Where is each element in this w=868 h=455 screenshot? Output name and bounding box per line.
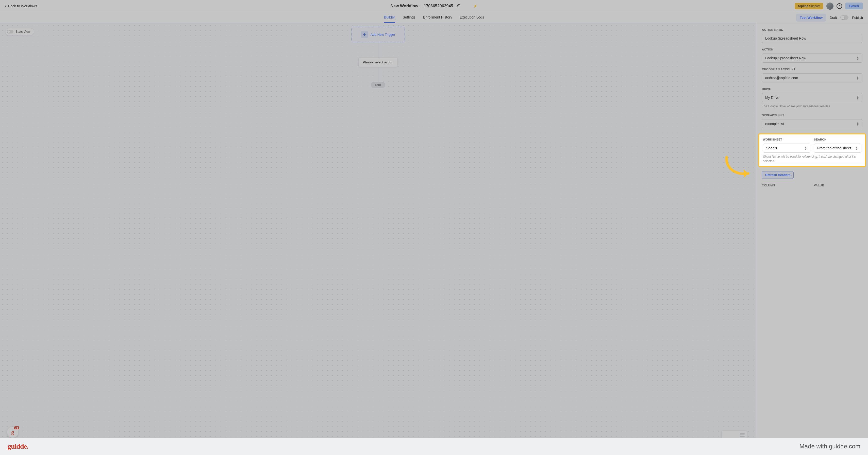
value-col: VALUE [814, 184, 862, 190]
refresh-headers-button[interactable]: Refresh Headers [762, 171, 794, 179]
connector-line [378, 42, 378, 58]
spreadsheet-group: SPREADSHEET example list ▲▼ [762, 113, 862, 128]
guidde-logo: guidde. [8, 442, 28, 450]
stats-label: Stats View [16, 30, 30, 33]
column-value-row: COLUMN VALUE [762, 184, 862, 190]
back-to-workflows-link[interactable]: ‹ Back to Workflows [5, 3, 37, 9]
action-label: ACTION [762, 48, 862, 51]
search-label: SEARCH [814, 138, 861, 141]
select-action-node[interactable]: Please select action [359, 58, 398, 67]
support-button[interactable]: topline Support [795, 3, 823, 9]
add-trigger-label: Add New Trigger [371, 33, 395, 36]
tab-settings[interactable]: Settings [403, 12, 415, 23]
select-caret-icon: ▲▼ [856, 122, 859, 126]
drive-select[interactable]: My Drive ▲▼ [762, 93, 862, 102]
action-name-group: ACTION NAME Lookup Spreadsheet Row [762, 28, 862, 43]
action-name-input[interactable]: Lookup Spreadsheet Row [762, 34, 862, 43]
title-id: 1706652062945 [424, 4, 453, 8]
select-caret-icon: ▲▼ [856, 56, 859, 60]
end-node: END [371, 82, 385, 88]
drive-group: DRIVE My Drive ▲▼ The Google Drive where… [762, 88, 862, 108]
app-header: ‹ Back to Workflows New Workflow : 17066… [0, 0, 868, 12]
side-panel: ACTION NAME Lookup Spreadsheet Row ACTIO… [756, 23, 868, 438]
back-label: Back to Workflows [8, 4, 37, 8]
action-group: ACTION Lookup Spreadsheet Row ▲▼ [762, 48, 862, 63]
tab-builder[interactable]: Builder [384, 12, 395, 23]
account-label: CHOOSE AN ACCOUNT [762, 68, 862, 71]
edit-title-icon[interactable] [456, 4, 460, 8]
support-brand: topline [798, 4, 808, 8]
main: Stats View + Add New Trigger Please sele… [0, 23, 868, 438]
guidde-glyph-icon: g [11, 429, 14, 435]
column-col: COLUMN [762, 184, 810, 190]
action-value: Lookup Spreadsheet Row [765, 56, 806, 60]
add-trigger-box[interactable]: + Add New Trigger [351, 27, 405, 42]
worksheet-select[interactable]: Sheet1 ▲▼ [763, 143, 810, 153]
worksheet-value: Sheet1 [766, 146, 777, 150]
worksheet-row: WORKSHEET Sheet1 ▲▼ SEARCH From top of t… [763, 138, 861, 153]
bolt-icon: ⚡ [473, 4, 477, 8]
account-value: andrea@topline.com [765, 76, 798, 80]
search-value: From top of the sheet [817, 146, 851, 150]
support-label: Support [809, 4, 820, 8]
spreadsheet-select[interactable]: example list ▲▼ [762, 119, 862, 128]
drive-value: My Drive [765, 96, 779, 100]
footer: guidde. Made with guidde.com [0, 438, 868, 455]
stats-view-pill[interactable]: Stats View [5, 28, 34, 35]
workflow-title: New Workflow : 1706652062945 ⚡ [391, 4, 478, 8]
spreadsheet-value: example list [765, 122, 784, 126]
saved-button[interactable]: Saved [845, 3, 863, 9]
worksheet-hint: Sheet Name will be used for referencing,… [763, 155, 861, 163]
column-label: COLUMN [762, 184, 810, 187]
worksheet-highlight: WORKSHEET Sheet1 ▲▼ SEARCH From top of t… [758, 133, 866, 167]
stats-toggle[interactable] [7, 30, 13, 33]
help-bubble[interactable]: g 38 [7, 427, 18, 438]
history-icon[interactable] [837, 3, 842, 9]
account-select[interactable]: andrea@topline.com ▲▼ [762, 73, 862, 83]
select-caret-icon: ▲▼ [804, 146, 807, 150]
tabs: Builder Settings Enrollment History Exec… [384, 12, 484, 23]
tab-row: Builder Settings Enrollment History Exec… [0, 12, 868, 23]
drive-label: DRIVE [762, 88, 862, 91]
tab-enrollment-history[interactable]: Enrollment History [423, 12, 452, 23]
avatar[interactable] [826, 3, 834, 10]
worksheet-label: WORKSHEET [763, 138, 810, 141]
connector-line [378, 67, 378, 82]
minimap-bars-icon [740, 433, 745, 437]
header-right: topline Support Saved [795, 3, 863, 10]
search-select[interactable]: From top of the sheet ▲▼ [814, 143, 861, 153]
tab-execution-logs[interactable]: Execution Logs [460, 12, 484, 23]
plus-icon: + [361, 31, 368, 38]
made-with-label: Made with guidde.com [800, 443, 860, 450]
draft-label: Draft [830, 16, 837, 20]
refresh-group: Refresh Headers [762, 171, 862, 179]
tabrow-right: Test Workflow Draft Publish [796, 14, 863, 22]
title-prefix: New Workflow : [391, 4, 421, 8]
test-workflow-button[interactable]: Test Workflow [796, 14, 826, 22]
action-name-value: Lookup Spreadsheet Row [765, 36, 806, 40]
worksheet-col: WORKSHEET Sheet1 ▲▼ [763, 138, 810, 153]
select-caret-icon: ▲▼ [855, 146, 858, 150]
spreadsheet-label: SPREADSHEET [762, 113, 862, 117]
select-caret-icon: ▲▼ [856, 96, 859, 100]
account-group: CHOOSE AN ACCOUNT andrea@topline.com ▲▼ [762, 68, 862, 83]
publish-label: Publish [852, 16, 863, 20]
bubble-count: 38 [14, 426, 19, 429]
search-col: SEARCH From top of the sheet ▲▼ [814, 138, 861, 153]
chevron-left-icon: ‹ [5, 3, 7, 9]
select-caret-icon: ▲▼ [856, 76, 859, 80]
drive-hint: The Google Drive where your spreadsheet … [762, 104, 862, 108]
workflow-canvas[interactable]: Stats View + Add New Trigger Please sele… [0, 23, 756, 438]
publish-toggle[interactable] [840, 15, 848, 20]
action-select[interactable]: Lookup Spreadsheet Row ▲▼ [762, 54, 862, 63]
value-label: VALUE [814, 184, 862, 187]
action-name-label: ACTION NAME [762, 28, 862, 31]
